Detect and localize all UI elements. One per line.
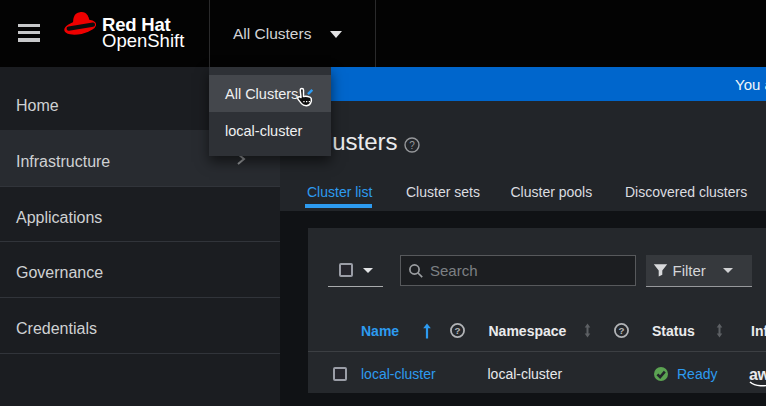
svg-text:?: ? [409, 140, 415, 151]
svg-text:?: ? [454, 325, 460, 336]
svg-text:?: ? [618, 325, 624, 336]
